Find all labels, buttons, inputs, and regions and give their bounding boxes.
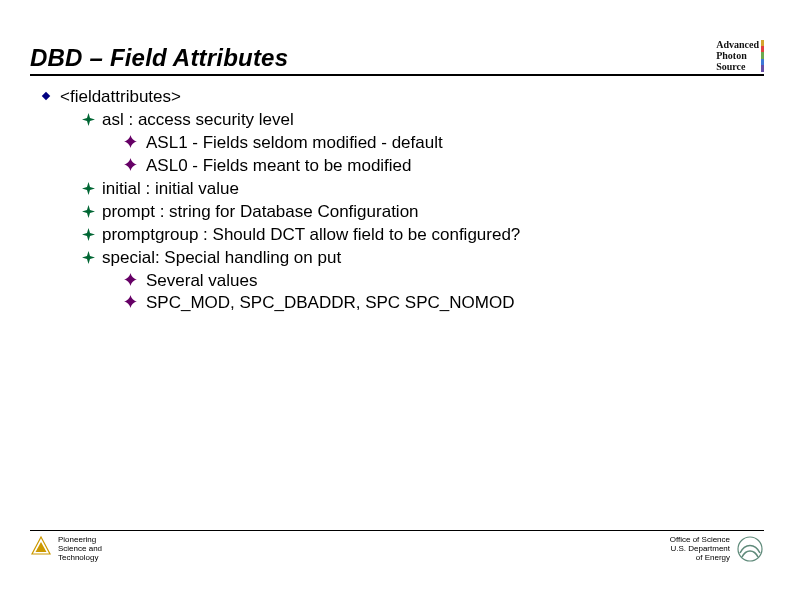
bullet-text: special: Special handling on put xyxy=(102,248,341,267)
four-point-icon xyxy=(82,228,95,241)
cross-icon xyxy=(124,295,137,308)
aps-line1: Advanced xyxy=(716,39,759,50)
list-item: asl : access security level ASL1 - Field… xyxy=(82,109,754,178)
aps-line3: Source xyxy=(716,61,759,72)
footer-left-text: Pioneering Science and Technology xyxy=(58,535,102,562)
list-item: Several values xyxy=(124,270,754,293)
aps-stripes-icon xyxy=(761,40,764,72)
bullet-text: SPC_MOD, SPC_DBADDR, SPC SPC_NOMOD xyxy=(146,293,514,312)
diamond-icon xyxy=(40,90,52,102)
list-item: initial : initial value xyxy=(82,178,754,201)
aps-line2: Photon xyxy=(716,50,759,61)
bullet-text: prompt : string for Database Configurati… xyxy=(102,202,419,221)
bullet-text: promptgroup : Should DCT allow field to … xyxy=(102,225,520,244)
four-point-icon xyxy=(82,182,95,195)
footer-right-text: Office of Science U.S. Department of Ene… xyxy=(670,535,730,562)
footer: Pioneering Science and Technology Office… xyxy=(30,530,764,575)
content-body: <fieldattributes> asl : access security … xyxy=(40,86,754,315)
four-point-icon xyxy=(82,113,95,126)
bullet-text: initial : initial value xyxy=(102,179,239,198)
footer-right3: of Energy xyxy=(670,553,730,562)
footer-left1: Pioneering xyxy=(58,535,102,544)
cross-icon xyxy=(124,135,137,148)
list-item: SPC_MOD, SPC_DBADDR, SPC SPC_NOMOD xyxy=(124,292,754,315)
bullet-text: asl : access security level xyxy=(102,110,294,129)
footer-left2: Science and xyxy=(58,544,102,553)
list-item: promptgroup : Should DCT allow field to … xyxy=(82,224,754,247)
bullet-text: Several values xyxy=(146,271,258,290)
footer-left: Pioneering Science and Technology xyxy=(30,535,102,562)
svg-rect-0 xyxy=(42,92,50,100)
aps-logo: Advanced Photon Source xyxy=(716,39,764,72)
four-point-icon xyxy=(82,205,95,218)
title-row: DBD – Field Attributes Advanced Photon S… xyxy=(30,28,764,76)
footer-right1: Office of Science xyxy=(670,535,730,544)
bullet-text: ASL1 - Fields seldom modified - default xyxy=(146,133,443,152)
cross-icon xyxy=(124,273,137,286)
list-item: ASL1 - Fields seldom modified - default xyxy=(124,132,754,155)
cross-icon xyxy=(124,158,137,171)
list-item: prompt : string for Database Configurati… xyxy=(82,201,754,224)
aps-logo-text: Advanced Photon Source xyxy=(716,39,759,72)
list-item: ASL0 - Fields meant to be modified xyxy=(124,155,754,178)
four-point-icon xyxy=(82,251,95,264)
bullet-text: ASL0 - Fields meant to be modified xyxy=(146,156,412,175)
footer-right2: U.S. Department xyxy=(670,544,730,553)
footer-right: Office of Science U.S. Department of Ene… xyxy=(670,535,764,563)
page-title: DBD – Field Attributes xyxy=(30,44,288,72)
list-item: special: Special handling on put Several… xyxy=(82,247,754,316)
triangle-logo-icon xyxy=(30,535,52,557)
list-item: <fieldattributes> asl : access security … xyxy=(40,86,754,315)
office-of-science-logo-icon xyxy=(736,535,764,563)
slide: DBD – Field Attributes Advanced Photon S… xyxy=(0,0,794,595)
footer-left3: Technology xyxy=(58,553,102,562)
bullet-text: <fieldattributes> xyxy=(60,87,181,106)
